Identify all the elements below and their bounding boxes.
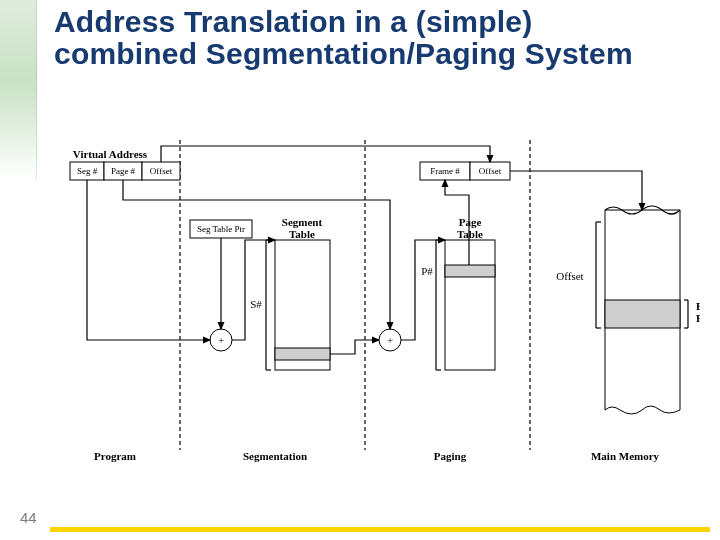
phys-frame: Frame # bbox=[430, 166, 460, 176]
page-number: 44 bbox=[20, 509, 37, 526]
section-segmentation: Segmentation bbox=[243, 450, 307, 462]
va-page: Page # bbox=[111, 166, 136, 176]
page-frame-1: Page bbox=[696, 300, 700, 312]
svg-rect-13 bbox=[445, 240, 495, 370]
virtual-address-label: Virtual Address bbox=[73, 148, 148, 160]
section-program: Program bbox=[94, 450, 136, 462]
plus-2: + bbox=[387, 334, 393, 346]
seg-table-ptr: Seg Table Ptr bbox=[197, 224, 245, 234]
svg-rect-11 bbox=[275, 348, 330, 360]
plus-1: + bbox=[218, 334, 224, 346]
accent-corner bbox=[0, 0, 37, 180]
page-table-label-2: Table bbox=[457, 228, 483, 240]
translation-diagram: Virtual Address Seg # Page # Offset Fram… bbox=[60, 140, 700, 480]
section-mainmem: Main Memory bbox=[591, 450, 660, 462]
p-hash: P# bbox=[421, 265, 433, 277]
footer-accent-bar bbox=[50, 527, 710, 532]
mem-offset: Offset bbox=[556, 270, 583, 282]
page-title: Address Translation in a (simple) combin… bbox=[54, 6, 664, 69]
svg-rect-14 bbox=[445, 265, 495, 277]
va-seg: Seg # bbox=[77, 166, 98, 176]
segment-table-label-2: Table bbox=[289, 228, 315, 240]
va-offset: Offset bbox=[150, 166, 173, 176]
s-hash: S# bbox=[250, 298, 262, 310]
svg-rect-15 bbox=[605, 300, 680, 328]
page-frame-2: Frame bbox=[696, 312, 700, 324]
phys-offset: Offset bbox=[479, 166, 502, 176]
segment-table-label-1: Segment bbox=[282, 216, 323, 228]
page-table-label-1: Page bbox=[459, 216, 482, 228]
slide: Address Translation in a (simple) combin… bbox=[0, 0, 720, 540]
section-paging: Paging bbox=[434, 450, 467, 462]
